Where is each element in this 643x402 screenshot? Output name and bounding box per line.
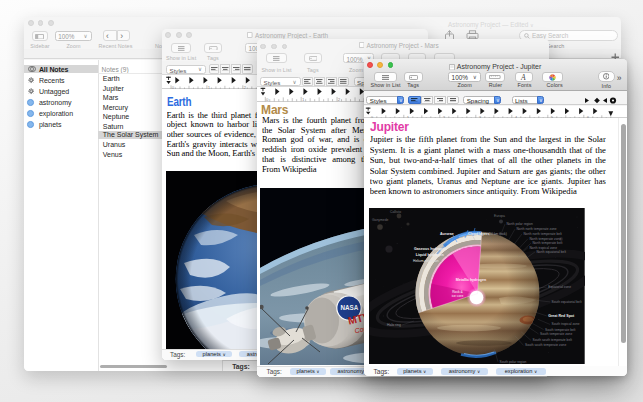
svg-text:South equatorial belt: South equatorial belt [552, 300, 582, 304]
svg-text:Great Red Spot: Great Red Spot [549, 314, 576, 318]
svg-text:South south temperate zone: South south temperate zone [525, 343, 566, 347]
svg-text:Rock &: Rock & [453, 289, 464, 293]
svg-text:Equatorial zone: Equatorial zone [549, 285, 572, 289]
svg-text:Liquid hydrogen: Liquid hydrogen [416, 253, 444, 257]
svg-text:Callisto: Callisto [390, 209, 401, 213]
svg-text:South tropical zone: South tropical zone [552, 322, 580, 326]
svg-text:Cloud layers: Cloud layers [468, 232, 489, 236]
svg-text:Metallic hydrogen: Metallic hydrogen [456, 277, 486, 281]
svg-text:Helium-neon rain: Helium-neon rain [413, 258, 439, 262]
svg-text:South south temperate belt: South south temperate belt [533, 338, 572, 342]
svg-text:South temperate zone: South temperate zone [540, 332, 572, 336]
svg-text:Halo ring: Halo ring [387, 323, 401, 327]
svg-text:Europa: Europa [494, 213, 505, 217]
svg-text:North north temperate zone: North north temperate zone [517, 227, 557, 231]
svg-text:ice core: ice core [452, 294, 464, 298]
svg-text:North polar region: North polar region [507, 222, 533, 226]
svg-text:North temperate zone: North temperate zone [530, 236, 562, 240]
svg-text:(50 km thick): (50 km thick) [489, 232, 507, 236]
svg-text:South polar region: South polar region [500, 360, 527, 364]
svg-text:Ganymede: Ganymede [372, 217, 389, 221]
svg-text:NASA: NASA [341, 304, 359, 311]
svg-text:Gaseous hydrogen: Gaseous hydrogen [415, 247, 447, 251]
svg-text:Aurorae: Aurorae [440, 232, 454, 236]
svg-text:North equatorial belt: North equatorial belt [537, 250, 567, 254]
svg-text:North north temperate belt: North north temperate belt [524, 232, 562, 236]
svg-text:North temperate belt: North temperate belt [533, 241, 563, 245]
